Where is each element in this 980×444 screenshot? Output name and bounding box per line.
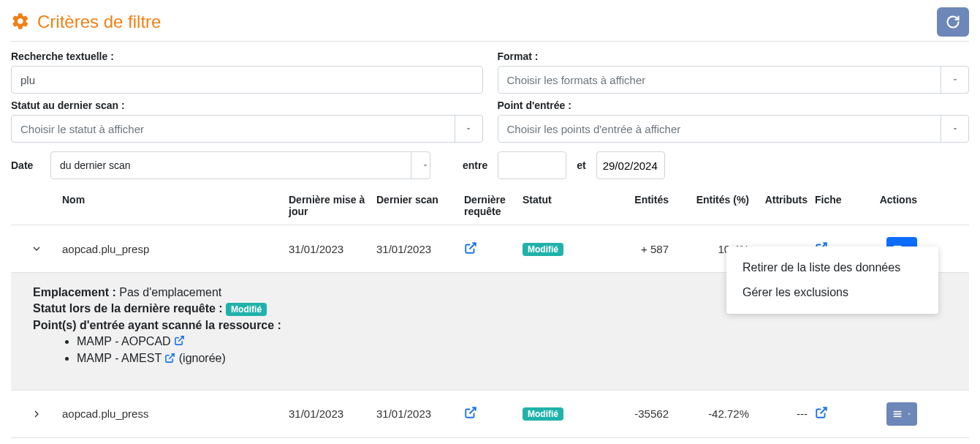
date-from-input[interactable] [498, 151, 566, 179]
page-title: Critères de filtre [37, 12, 161, 32]
last-request-link[interactable] [464, 241, 523, 257]
cell-updated: 31/01/2023 [289, 407, 376, 420]
entry-select[interactable]: Choisir les points d'entrée à afficher [498, 115, 970, 143]
status-placeholder: Choisir le statut à afficher [20, 123, 144, 135]
date-mode-value: du dernier scan [60, 159, 131, 171]
expand-toggle[interactable] [11, 243, 62, 255]
cell-entities-pct: -42.72% [676, 407, 756, 420]
format-select[interactable]: Choisir les formats à afficher [498, 66, 970, 94]
menu-manage[interactable]: Gérer les exclusions [726, 280, 938, 305]
entry-suffix: (ignorée) [179, 352, 226, 364]
search-label: Recherche textuelle : [11, 50, 483, 62]
chevron-down-icon [941, 67, 968, 93]
col-actions: Actions [866, 194, 924, 217]
status-select[interactable]: Choisir le statut à afficher [11, 115, 483, 143]
status-badge: Modifié [523, 407, 563, 421]
sheet-link[interactable] [815, 406, 866, 421]
cell-attrs: --- [756, 407, 815, 420]
status-badge: Modifié [523, 243, 563, 256]
col-attrs[interactable]: Attributs [756, 194, 815, 217]
cell-scan: 31/01/2023 [376, 243, 464, 255]
actions-dropdown: Retirer de la liste des données Gérer le… [726, 247, 938, 314]
svg-line-5 [178, 336, 183, 342]
external-link-icon[interactable] [174, 336, 185, 348]
col-status[interactable]: Statut [523, 194, 596, 217]
col-scan[interactable]: Dernier scan [376, 194, 464, 217]
format-placeholder: Choisir les formats à afficher [507, 74, 646, 86]
date-to-input[interactable] [596, 151, 665, 179]
col-name[interactable]: Nom [62, 194, 289, 217]
gear-icon [11, 12, 30, 33]
chevron-down-icon [455, 116, 482, 142]
entry-label: Point d'entrée : [498, 99, 970, 111]
chevron-down-icon [941, 116, 968, 142]
cell-status: Modifié [523, 407, 596, 421]
svg-line-7 [470, 407, 476, 413]
search-input[interactable] [11, 66, 483, 94]
format-label: Format : [498, 50, 970, 62]
refresh-button[interactable] [937, 7, 969, 37]
cell-name: aopcad.plu_presp [62, 243, 289, 255]
detail-status-label: Statut lors de la dernière requête : [33, 302, 223, 315]
svg-line-6 [170, 353, 175, 358]
external-link-icon[interactable] [164, 353, 178, 366]
expand-toggle[interactable] [11, 408, 62, 420]
menu-remove[interactable]: Retirer de la liste des données [726, 255, 938, 280]
detail-loc-value: Pas d'emplacement [119, 286, 221, 298]
row-actions-button[interactable] [886, 402, 917, 426]
detail-status-badge: Modifié [226, 303, 267, 316]
cell-status: Modifié [523, 242, 596, 256]
detail-loc-label: Emplacement : [33, 286, 116, 298]
svg-line-0 [470, 243, 476, 249]
cell-name: aopcad.plu_press [62, 407, 289, 420]
cell-entities: -35562 [596, 407, 676, 420]
entry-placeholder: Choisir les points d'entrée à afficher [507, 123, 681, 135]
row-detail-panel: Retirer de la liste des données Gérer le… [11, 273, 969, 391]
cell-entities: + 587 [596, 243, 676, 255]
col-request[interactable]: Dernière requête [464, 194, 523, 217]
detail-entries-label: Point(s) d'entrée ayant scanné la ressou… [33, 319, 969, 332]
date-label: Date [11, 159, 40, 171]
cell-updated: 31/01/2023 [289, 243, 376, 255]
entry-text: MAMP - AOPCAD [77, 335, 171, 347]
et-label: et [577, 159, 585, 171]
last-request-link[interactable] [464, 406, 523, 421]
entry-item: MAMP - AOPCAD [77, 335, 969, 349]
col-updated[interactable]: Dernière mise à jour [289, 194, 376, 217]
col-entities-pct[interactable]: Entités (%) [676, 194, 756, 217]
entry-text: MAMP - AMEST [77, 352, 162, 364]
svg-line-8 [821, 407, 827, 413]
between-label: entre [463, 159, 487, 171]
entry-item: MAMP - AMEST (ignorée) [77, 352, 969, 366]
col-entities[interactable]: Entités [596, 194, 676, 217]
chevron-down-icon [411, 152, 438, 178]
col-sheet[interactable]: Fiche [815, 194, 866, 217]
date-mode-select[interactable]: du dernier scan [50, 151, 430, 179]
status-label: Statut au dernier scan : [11, 99, 483, 111]
cell-scan: 31/01/2023 [376, 407, 464, 420]
table-row: aopcad.plu_press 31/01/2023 31/01/2023 M… [11, 391, 969, 438]
